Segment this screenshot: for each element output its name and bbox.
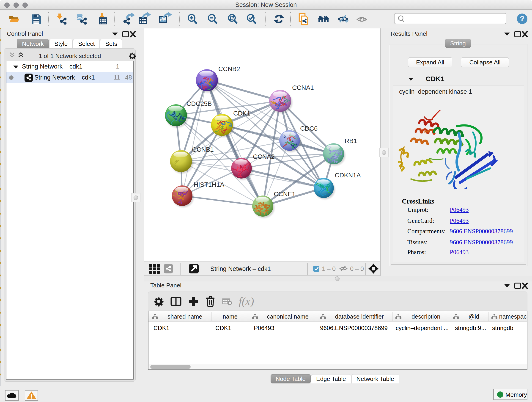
svg-text:CCNB2: CCNB2 [218, 65, 240, 72]
svg-text:f(x): f(x) [239, 295, 254, 307]
svg-text:CCNE1: CCNE1 [274, 191, 296, 198]
svg-text:HIST1H1A: HIST1H1A [194, 181, 224, 188]
svg-text:String Network – cdk1: String Network – cdk1 [210, 265, 271, 272]
svg-text:CDKN1A: CDKN1A [335, 172, 361, 179]
svg-text:CCNA2: CCNA2 [253, 153, 275, 160]
svg-text:CDK1: CDK1 [233, 110, 250, 117]
svg-text:CCNB1: CCNB1 [192, 146, 214, 153]
svg-text:1 – 0: 1 – 0 [322, 265, 336, 272]
svg-text:CDC25B: CDC25B [186, 100, 212, 107]
svg-text:CDC6: CDC6 [300, 125, 317, 132]
svg-text:RB1: RB1 [345, 137, 357, 144]
svg-text:0 – 0: 0 – 0 [350, 265, 364, 272]
svg-text:CCNA1: CCNA1 [292, 84, 314, 91]
